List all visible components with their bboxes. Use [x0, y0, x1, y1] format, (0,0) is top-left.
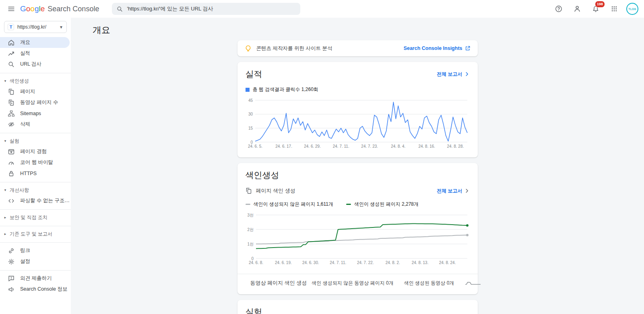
sidebar-item-settings[interactable]: 설정 [0, 256, 70, 267]
topbar-actions: 198 TLOG [552, 2, 638, 15]
sidebar-item-performance[interactable]: 실적 [0, 48, 70, 59]
url-inspect-searchbar[interactable] [112, 3, 300, 15]
account-settings-button[interactable] [571, 2, 584, 15]
sidebar-item-url-inspection[interactable]: URL 검사 [0, 59, 70, 70]
video-indexing-label: 동영상 페이지 색인 생성 [250, 279, 307, 287]
expand-arrow-icon: ▸ [3, 215, 7, 219]
speedometer-icon [8, 159, 14, 166]
sidebar-item-unparsable-structured-data[interactable]: 파싱할 수 없는 구조화된 ... [0, 195, 70, 206]
svg-text:24. 6. 17.: 24. 6. 17. [275, 144, 292, 149]
sidebar-item-label: 삭제 [20, 121, 30, 128]
video-indexing-sparkline [464, 279, 483, 287]
sidebar-item-core-web-vitals[interactable]: 코어 웹 바이탈 [0, 157, 70, 168]
search-console-app: Google Search Console 198 TLOG [0, 0, 644, 314]
indexed-legend-chip [346, 204, 351, 205]
pages-icon [246, 188, 252, 194]
report-link-label: 전체 보고서 [437, 71, 462, 78]
video-indexing-stats: 색인 생성되지 않은 동영상 페이지 0개 색인 생성된 동영상 0개 [312, 279, 483, 287]
performance-card: 실적 전체 보고서 총 웹 검색결과 클릭수 1,260회 015304524.… [237, 62, 478, 157]
not-indexed-legend-chip [246, 204, 250, 205]
home-icon [8, 39, 14, 46]
gear-icon [8, 258, 14, 265]
svg-text:15: 15 [248, 126, 253, 130]
collapse-arrow-icon: ▾ [3, 79, 7, 83]
sidebar-item-label: 코어 웹 바이탈 [20, 159, 53, 166]
performance-clicks-chart: 015304524. 6. 5.24. 6. 17.24. 6. 29.24. … [246, 98, 470, 151]
sidebar-item-pages[interactable]: 페이지 [0, 86, 70, 97]
sidebar-item-label: 파싱할 수 없는 구조화된 ... [20, 197, 70, 204]
app-name: Search Console [47, 5, 99, 13]
sidebar-item-sitemaps[interactable]: Sitemaps [0, 108, 70, 119]
help-button[interactable] [552, 2, 565, 15]
sidebar-item-label: 의견 제출하기 [20, 275, 52, 282]
performance-full-report-link[interactable]: 전체 보고서 [437, 71, 469, 78]
notification-count-badge: 198 [595, 1, 605, 8]
property-url-label: https://tlog.kr/ [17, 24, 56, 30]
sidebar-item-label: 설정 [20, 258, 30, 265]
video-indexing-row[interactable]: 동영상 페이지 색인 생성 색인 생성되지 않은 동영상 페이지 0개 색인 생… [237, 274, 478, 288]
user-avatar[interactable]: TLOG [626, 3, 638, 15]
svg-text:24. 8. 13.: 24. 8. 13. [411, 260, 428, 265]
search-console-insights-link[interactable]: Search Console Insights [404, 45, 471, 51]
sitemap-icon [8, 110, 14, 117]
sidebar-item-label: 실적 [20, 50, 30, 57]
apps-grid-icon [611, 6, 617, 12]
performance-card-title: 실적 [246, 68, 262, 80]
eye-off-icon [8, 121, 14, 128]
hamburger-menu-button[interactable] [5, 2, 18, 15]
sidebar-item-overview[interactable]: 개요 [0, 37, 70, 48]
sidebar-footer: 의견 제출하기 Search Console 정보 [0, 270, 71, 295]
feedback-icon [8, 275, 14, 282]
indexing-full-report-link[interactable]: 전체 보고서 [437, 188, 469, 194]
svg-text:45: 45 [248, 98, 253, 103]
svg-text:24. 8. 24.: 24. 8. 24. [439, 260, 456, 265]
section-header-experience[interactable]: ▾ 실험 [0, 136, 71, 146]
section-header-legacy-tools[interactable]: ▸ 기존 도구 및 보고서 [0, 229, 71, 239]
svg-text:24. 6. 29.: 24. 6. 29. [304, 144, 321, 149]
performance-chart-icon [8, 50, 14, 57]
svg-text:24. 7. 22.: 24. 7. 22. [357, 260, 374, 265]
svg-text:24. 8. 4.: 24. 8. 4. [391, 144, 405, 149]
sidebar-item-submit-feedback[interactable]: 의견 제출하기 [0, 273, 70, 284]
section-header-enhancements[interactable]: ▾ 개선사항 [0, 185, 71, 195]
section-header-indexing[interactable]: ▾ 색인생성 [0, 76, 71, 86]
megaphone-icon [8, 286, 14, 293]
section-title: 개선사항 [10, 187, 29, 194]
person-icon [574, 5, 581, 12]
url-inspect-input[interactable] [127, 6, 295, 12]
hamburger-icon [8, 5, 15, 12]
sidebar-item-about-search-console[interactable]: Search Console 정보 [0, 284, 70, 295]
sidebar-item-page-experience[interactable]: 페이지 경험 [0, 146, 70, 157]
sidebar-item-label: 페이지 [20, 88, 35, 95]
notifications-button[interactable]: 198 [589, 2, 602, 15]
svg-text:24. 6. 30.: 24. 6. 30. [302, 260, 319, 265]
svg-text:24. 7. 23.: 24. 7. 23. [361, 144, 378, 149]
indexed-legend: 색인이 생성된 페이지 2,278개 [346, 201, 419, 208]
collapse-arrow-icon: ▾ [3, 139, 7, 143]
sidebar-item-links[interactable]: 링크 [0, 245, 70, 256]
sidebar-item-label: URL 검사 [20, 61, 41, 68]
sidebar-item-label: 링크 [20, 247, 30, 254]
insights-banner: 콘텐츠 제작자를 위한 사이트 분석 Search Console Insigh… [237, 40, 478, 56]
svg-text:0: 0 [251, 256, 254, 261]
svg-text:1천: 1천 [247, 242, 254, 246]
page-indexing-label: 페이지 색인 생성 [256, 187, 295, 194]
lightbulb-icon [245, 45, 252, 52]
external-link-icon [465, 45, 471, 51]
sidebar-item-video-pages[interactable]: 동영상 페이지 수 [0, 97, 70, 108]
experience-card: 실험 [237, 300, 478, 314]
sidebar-item-removals[interactable]: 삭제 [0, 119, 70, 130]
sidebar-nav: 개요 실적 URL 검사 ▾ 색인생성 [0, 37, 71, 295]
google-logo: Google [20, 4, 45, 13]
google-apps-button[interactable] [608, 2, 621, 15]
section-header-security[interactable]: ▸ 보안 및 직접 조치 [0, 212, 71, 223]
expand-arrow-icon: ▸ [3, 232, 7, 236]
app-logo[interactable]: Google Search Console [20, 4, 99, 13]
svg-text:24. 6. 8.: 24. 6. 8. [248, 260, 263, 265]
svg-text:0: 0 [250, 140, 253, 145]
property-selector[interactable]: T https://tlog.kr/ ▼ [4, 21, 67, 33]
section-legacy-tools: ▸ 기존 도구 및 보고서 [0, 226, 71, 239]
chevron-right-icon [464, 188, 470, 194]
sidebar-item-https[interactable]: HTTPS [0, 168, 70, 179]
section-indexing: ▾ 색인생성 페이지 동영상 페이지 수 Sitemaps [0, 73, 71, 130]
